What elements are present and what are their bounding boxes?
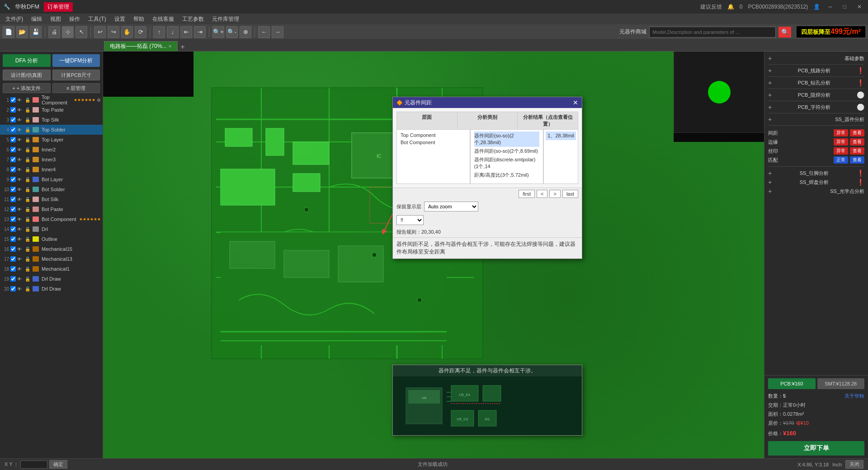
active-tab[interactable]: 电路板——拓磊 (70%... ✕: [104, 41, 178, 51]
layer-row-5[interactable]: 6 👁 🔓 Inner2: [0, 145, 103, 155]
layer-checkbox-16[interactable]: [10, 256, 16, 262]
menu-component-lib[interactable]: 元件库管理: [208, 14, 243, 24]
layer-lock-6[interactable]: 🔓: [25, 157, 31, 162]
layer-checkbox-7[interactable]: [10, 167, 16, 172]
rotate-btn[interactable]: ⟳: [135, 26, 146, 38]
layer-lock-10[interactable]: 🔓: [25, 197, 31, 202]
layer-checkbox-13[interactable]: [10, 226, 16, 232]
layer-eye-18[interactable]: 👁: [17, 277, 24, 282]
notification-icon[interactable]: 🔔: [727, 4, 734, 10]
layer-eye-4[interactable]: 👁: [17, 137, 24, 142]
analysis-row-spacing[interactable]: 间距 异常 查看: [764, 128, 868, 137]
cursor-btn[interactable]: ↖: [75, 26, 87, 38]
undo-btn[interactable]: ↩: [94, 26, 106, 38]
nav-next-button[interactable]: >: [549, 190, 560, 198]
layer-lock-14[interactable]: 🔓: [25, 237, 31, 242]
layer-lock-18[interactable]: 🔓: [25, 277, 31, 282]
maximize-button[interactable]: □: [840, 4, 849, 10]
layer-row-18[interactable]: 19 👁 🔓 Drl Draw: [0, 274, 103, 284]
one-click-dfm-button[interactable]: 一键DFM分析: [52, 54, 100, 67]
analysis-item-0[interactable]: 器件间距(so-so)(2个,28.38mil): [474, 132, 540, 147]
layer-eye-12[interactable]: 👁: [17, 217, 24, 222]
zoom-fit-btn[interactable]: ⊕: [240, 26, 251, 38]
analysis-pcb-line[interactable]: + PCB_线路分析 ❗: [768, 66, 864, 75]
order-button[interactable]: 立即下单: [768, 441, 864, 456]
about-link[interactable]: 关于华秋: [844, 392, 864, 401]
analysis-ss-pad[interactable]: + SS_焊盘分析 ❗: [764, 178, 868, 187]
layer-row-16[interactable]: 17 👁 🔓 Mechanical13: [0, 254, 103, 264]
layer-lock-3[interactable]: 🔓: [25, 127, 31, 132]
layer-checkbox-18[interactable]: [10, 276, 16, 282]
new-btn[interactable]: 📄: [3, 26, 14, 38]
layer-checkbox-6[interactable]: [10, 157, 16, 162]
close-button[interactable]: ✕: [854, 4, 864, 10]
layer-checkbox-1[interactable]: [10, 107, 16, 113]
layer-checkbox-12[interactable]: [10, 216, 16, 222]
feedback-link[interactable]: 建议反馈: [700, 3, 722, 11]
layer-lock-4[interactable]: 🔓: [25, 137, 31, 142]
align-right-btn[interactable]: ⇥: [194, 26, 206, 38]
layer-eye-16[interactable]: 👁: [17, 257, 24, 262]
layer-checkbox-0[interactable]: [10, 97, 16, 103]
analysis-pcb-drill[interactable]: + PCB_钻孔分析 ❗: [768, 78, 864, 88]
design-sim-button[interactable]: 设计图/仿真图: [3, 70, 51, 80]
layer-eye-17[interactable]: 👁: [17, 267, 24, 272]
layer-lock-1[interactable]: 🔓: [25, 108, 31, 113]
layer-eye-5[interactable]: 👁: [17, 147, 24, 152]
layer-lock-11[interactable]: 🔓: [25, 207, 31, 212]
layer-eye-3[interactable]: 👁: [17, 127, 24, 132]
analysis-pcb-char[interactable]: + PCB_字符分析 ⚪: [768, 102, 864, 112]
tab-close-icon[interactable]: ✕: [168, 44, 172, 49]
layer-row-8[interactable]: 9 👁 🔓 Bot Layer: [0, 174, 103, 184]
move-down-btn[interactable]: ↓: [167, 26, 179, 38]
forward-btn[interactable]: →: [272, 26, 283, 38]
layer-lock-9[interactable]: 🔓: [25, 187, 31, 192]
layer-eye-1[interactable]: 👁: [17, 108, 24, 113]
layer-lock-12[interactable]: 🔓: [25, 217, 31, 222]
back-btn[interactable]: ←: [258, 26, 270, 38]
layer-checkbox-9[interactable]: [10, 187, 16, 192]
align-left-btn[interactable]: ⇤: [180, 26, 192, 38]
layer-row-10[interactable]: 11 👁 🔓 Bot Silk: [0, 194, 103, 204]
zoom-in-btn[interactable]: 🔍+: [212, 26, 224, 38]
layer-lock-15[interactable]: 🔓: [25, 247, 31, 252]
menu-file[interactable]: 文件(F): [2, 14, 27, 24]
minimize-button[interactable]: ─: [826, 4, 835, 10]
layer-row-7[interactable]: 8 👁 🔓 Inner4: [0, 164, 103, 174]
x-coord-input[interactable]: [20, 461, 47, 469]
layer-eye-6[interactable]: 👁: [17, 157, 24, 162]
layer-eye-9[interactable]: 👁: [17, 187, 24, 192]
layer-row-17[interactable]: 18 👁 🔓 Mechanical1: [0, 264, 103, 274]
layer-checkbox-11[interactable]: [10, 207, 16, 212]
layer-eye-13[interactable]: 👁: [17, 227, 24, 232]
dialog-titlebar[interactable]: 🔶 元器件间距 ✕: [393, 97, 582, 108]
layer-eye-0[interactable]: 👁: [17, 98, 24, 103]
menu-view[interactable]: 视图: [47, 14, 65, 24]
layer-checkbox-10[interactable]: [10, 197, 16, 202]
add-tab-button[interactable]: +: [178, 43, 187, 51]
layer-lock-0[interactable]: 🔓: [25, 98, 31, 103]
close-view-button[interactable]: 关闭: [845, 460, 863, 469]
layer-checkbox-4[interactable]: [10, 137, 16, 142]
add-file-button[interactable]: + + 添加文件: [3, 83, 51, 93]
layer-lock-16[interactable]: 🔓: [25, 257, 31, 262]
zoom-out-btn[interactable]: 🔍-: [226, 26, 238, 38]
analysis-ss-component[interactable]: + SS_器件分析: [768, 114, 864, 124]
layer-row-14[interactable]: 15 👁 🔓 Outline: [0, 234, 103, 244]
analysis-ss-optical[interactable]: + SS_光学点分析: [764, 187, 868, 196]
nav-first-button[interactable]: first: [519, 190, 535, 198]
nav-last-button[interactable]: last: [562, 190, 578, 198]
layer-item-bot[interactable]: Bot Component: [401, 139, 466, 146]
layer-lock-19[interactable]: 🔓: [25, 287, 31, 291]
menu-process[interactable]: 工艺参数: [179, 14, 208, 24]
layer-checkbox-14[interactable]: [10, 236, 16, 242]
layer-lock-17[interactable]: 🔓: [25, 267, 31, 272]
layer-checkbox-3[interactable]: [10, 127, 16, 132]
select-btn[interactable]: ⊹: [62, 26, 74, 38]
menu-tools[interactable]: 工具(T): [85, 14, 109, 24]
layer-eye-14[interactable]: 👁: [17, 237, 24, 242]
print-btn[interactable]: 🖨: [48, 26, 60, 38]
layer-row-6[interactable]: 7 👁 🔓 Inner3: [0, 155, 103, 164]
layer-row-15[interactable]: 16 👁 🔓 Mechanical15: [0, 244, 103, 254]
layer-eye-11[interactable]: 👁: [17, 207, 24, 212]
